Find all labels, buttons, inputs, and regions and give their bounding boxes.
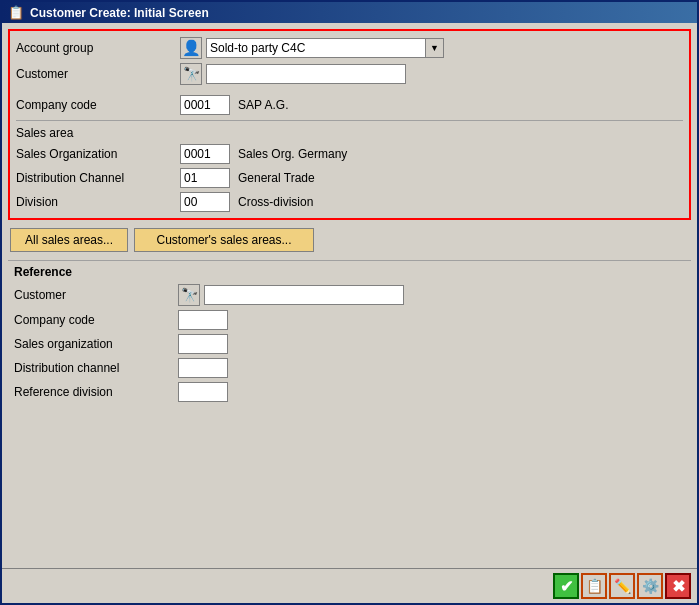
copy-button[interactable]: 📋 — [581, 573, 607, 599]
customer-sales-areas-button[interactable]: Customer's sales areas... — [134, 228, 314, 252]
edit-icon: ✏️ — [614, 578, 631, 594]
ref-dist-channel-input[interactable] — [178, 358, 228, 378]
sales-org-label: Sales Organization — [16, 147, 176, 161]
division-label: Division — [16, 195, 176, 209]
window-icon: 📋 — [8, 5, 24, 20]
dist-channel-label: Distribution Channel — [16, 171, 176, 185]
window-title: Customer Create: Initial Screen — [30, 6, 209, 20]
ref-sales-org-label: Sales organization — [14, 337, 174, 351]
ref-sales-org-row: Sales organization — [14, 332, 685, 356]
person-icon: 👤 — [182, 39, 201, 57]
sales-area-header: Sales area — [16, 124, 683, 142]
account-group-input[interactable] — [206, 38, 426, 58]
reference-label: Reference — [14, 265, 685, 279]
ref-division-input[interactable] — [178, 382, 228, 402]
binoculars-icon: 🔭 — [183, 66, 200, 82]
account-group-label: Account group — [16, 41, 176, 55]
company-code-input[interactable] — [180, 95, 230, 115]
ref-dist-channel-row: Distribution channel — [14, 356, 685, 380]
division-input[interactable] — [180, 192, 230, 212]
confirm-icon: ✔ — [560, 577, 573, 596]
ref-company-code-input[interactable] — [178, 310, 228, 330]
customer-search-btn[interactable]: 🔭 — [180, 63, 202, 85]
settings-button[interactable]: ⚙️ — [637, 573, 663, 599]
ref-sales-org-input[interactable] — [178, 334, 228, 354]
all-sales-areas-button[interactable]: All sales areas... — [10, 228, 128, 252]
sales-org-input[interactable] — [180, 144, 230, 164]
account-group-arrow[interactable]: ▼ — [426, 38, 444, 58]
company-code-row: Company code SAP A.G. — [16, 93, 683, 117]
ref-company-code-row: Company code — [14, 308, 685, 332]
sales-area-section: Sales area Sales Organization Sales Org.… — [16, 120, 683, 214]
customer-label: Customer — [16, 67, 176, 81]
customer-input[interactable] — [206, 64, 406, 84]
confirm-button[interactable]: ✔ — [553, 573, 579, 599]
ref-dist-channel-label: Distribution channel — [14, 361, 174, 375]
dist-channel-input[interactable] — [180, 168, 230, 188]
division-text: Cross-division — [238, 195, 313, 209]
company-code-text: SAP A.G. — [238, 98, 288, 112]
ref-division-label: Reference division — [14, 385, 174, 399]
cancel-icon: ✖ — [672, 577, 685, 596]
account-group-icon-btn[interactable]: 👤 — [180, 37, 202, 59]
ref-customer-row: Customer 🔭 — [14, 282, 685, 308]
account-group-row: Account group 👤 ▼ — [16, 35, 683, 61]
company-code-label: Company code — [16, 98, 176, 112]
top-form-section: Account group 👤 ▼ Customer 🔭 — [8, 29, 691, 220]
ref-customer-input[interactable] — [204, 285, 404, 305]
sales-org-text: Sales Org. Germany — [238, 147, 347, 161]
dist-channel-text: General Trade — [238, 171, 315, 185]
ref-division-row: Reference division — [14, 380, 685, 404]
customer-row: Customer 🔭 — [16, 61, 683, 87]
sales-area-button-row: All sales areas... Customer's sales area… — [8, 224, 691, 256]
ref-binoculars-icon: 🔭 — [181, 287, 198, 303]
bottom-toolbar: ✔ 📋 ✏️ ⚙️ ✖ — [2, 568, 697, 603]
account-group-dropdown[interactable]: ▼ — [206, 38, 444, 58]
main-window: 📋 Customer Create: Initial Screen Accoun… — [0, 0, 699, 605]
cancel-button[interactable]: ✖ — [665, 573, 691, 599]
copy-icon: 📋 — [586, 578, 603, 594]
settings-icon: ⚙️ — [642, 578, 659, 594]
ref-customer-label: Customer — [14, 288, 174, 302]
sales-org-row: Sales Organization Sales Org. Germany — [16, 142, 683, 166]
main-content: Account group 👤 ▼ Customer 🔭 — [2, 23, 697, 568]
ref-customer-search-btn[interactable]: 🔭 — [178, 284, 200, 306]
reference-section: Reference Customer 🔭 Company code Sales … — [8, 260, 691, 408]
ref-company-code-label: Company code — [14, 313, 174, 327]
division-row: Division Cross-division — [16, 190, 683, 214]
title-bar: 📋 Customer Create: Initial Screen — [2, 2, 697, 23]
edit-button[interactable]: ✏️ — [609, 573, 635, 599]
dist-channel-row: Distribution Channel General Trade — [16, 166, 683, 190]
